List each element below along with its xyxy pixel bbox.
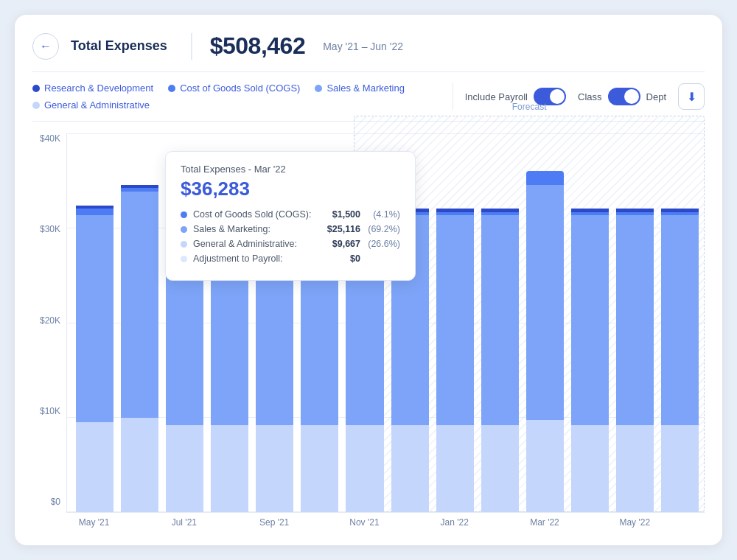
x-label: May '22: [616, 517, 654, 528]
download-button[interactable]: ⬇: [678, 83, 705, 110]
date-period: May '21 – Jun '22: [323, 41, 403, 52]
bar-segment: [571, 215, 609, 425]
y-label-30k: $30K: [40, 224, 60, 234]
legend-dot-ga: [32, 102, 40, 109]
legend-item-cogs: Cost of Goods Sold (COGS): [168, 83, 300, 94]
x-label: [481, 517, 518, 528]
bar-group: [616, 133, 654, 512]
tooltip-value: $0: [319, 253, 360, 264]
x-label: [391, 517, 428, 528]
grid-line-3: [67, 323, 705, 323]
header: ← Total Expenses $508,462 May '21 – Jun …: [32, 32, 705, 72]
y-label-0: $0: [51, 497, 60, 507]
bar-group: [661, 133, 699, 512]
tooltip-label: Adjustment to Payroll:: [193, 253, 313, 264]
bar-group: [571, 133, 609, 512]
bar-group: [481, 133, 519, 512]
controls-row: Research & Development Cost of Goods Sol…: [32, 72, 705, 122]
tooltip-pct: (69.2%): [366, 224, 400, 234]
bar-segment: [166, 425, 203, 512]
tooltip-row: Cost of Goods Sold (COGS):$1,500(4.1%): [181, 209, 400, 220]
class-dept-toggle-group: Class Dept: [578, 88, 666, 105]
tooltip-label: General & Administrative:: [193, 239, 313, 249]
legend-dot-cogs: [168, 85, 175, 92]
bar-segment: [526, 185, 564, 420]
tooltip-dot: [181, 256, 187, 262]
tooltip-dot: [181, 211, 187, 218]
legend-label-rd: Research & Development: [44, 83, 153, 94]
grid-line-4: [67, 417, 705, 418]
tooltip-label: Cost of Goods Sold (COGS):: [193, 209, 313, 220]
tooltip-pct: (4.1%): [366, 209, 400, 220]
x-label: [210, 517, 248, 528]
bar-segment: [346, 425, 383, 512]
x-label: May '21: [75, 517, 113, 528]
tooltip-amount: $36,283: [181, 178, 400, 200]
x-label: Sep '21: [256, 517, 293, 528]
bar-segment: [436, 425, 474, 512]
bar-segment: [481, 215, 519, 425]
bar-group: [436, 133, 474, 512]
x-label: [120, 517, 158, 528]
back-arrow-icon: ←: [40, 40, 52, 53]
bar-segment: [661, 425, 699, 512]
payroll-label: Include Payroll: [465, 91, 528, 102]
grid-line-5: [67, 511, 705, 512]
tooltip-value: $1,500: [319, 209, 360, 220]
download-icon: ⬇: [687, 90, 696, 104]
legend-label-ga: General & Administrative: [44, 99, 150, 111]
payroll-toggle[interactable]: [534, 88, 566, 105]
bar-segment: [121, 418, 158, 512]
x-label: Jul '21: [165, 517, 203, 528]
class-label: Class: [578, 91, 602, 102]
bar-segment: [436, 215, 474, 425]
bar-segment: [76, 209, 113, 215]
page-title: Total Expenses: [71, 38, 167, 54]
payroll-toggle-knob: [550, 89, 565, 104]
payroll-toggle-group: Include Payroll: [465, 88, 566, 105]
x-label: Mar '22: [525, 517, 563, 528]
y-label-10k: $10K: [40, 406, 60, 416]
tooltip-value: $9,667: [319, 239, 360, 249]
back-button[interactable]: ←: [32, 33, 59, 60]
legend-dot-sm: [315, 85, 322, 92]
grid-line-1: [67, 133, 705, 134]
legend-item-ga: General & Administrative: [32, 99, 150, 111]
bar-segment: [571, 425, 609, 512]
class-dept-toggle[interactable]: [608, 88, 640, 105]
tooltip-dot: [181, 226, 187, 233]
x-label: [571, 517, 609, 528]
class-dept-knob: [624, 89, 639, 104]
y-label-20k: $20K: [40, 315, 60, 326]
tooltip-title: Total Expenses - Mar '22: [181, 164, 400, 175]
bar-group: [76, 133, 113, 512]
tooltip-label: Sales & Marketing:: [193, 224, 313, 234]
tooltip-row: Adjustment to Payroll:$0: [181, 253, 400, 264]
tooltip-row: General & Administrative:$9,667(26.6%): [181, 239, 400, 249]
bar-segment: [526, 420, 564, 512]
chart-area: $40K $30K $20K $10K $0: [32, 122, 705, 528]
bar-segment: [481, 425, 519, 512]
bar-segment: [76, 215, 113, 421]
bar-segment: [616, 215, 654, 425]
chart-legend: Research & Development Cost of Goods Sol…: [32, 83, 453, 111]
main-card: ← Total Expenses $508,462 May '21 – Jun …: [15, 15, 722, 545]
bar-segment: [616, 425, 654, 512]
bar-segment: [256, 425, 293, 512]
legend-label-cogs: Cost of Goods Sold (COGS): [180, 83, 300, 94]
tooltip-value: $25,116: [319, 224, 360, 234]
y-label-40k: $40K: [40, 133, 60, 144]
bar-group: [121, 133, 158, 512]
y-axis: $40K $30K $20K $10K $0: [32, 133, 66, 528]
bar-segment: [76, 422, 113, 512]
legend-item-sm: Sales & Marketing: [315, 83, 405, 94]
tooltip: Total Expenses - Mar '22 $36,283 Cost of…: [165, 151, 416, 281]
tooltip-row: Sales & Marketing:$25,116(69.2%): [181, 224, 400, 234]
legend-dot-rd: [32, 85, 40, 92]
chart-controls: Include Payroll Class Dept ⬇: [453, 83, 705, 110]
dept-label: Dept: [646, 91, 666, 102]
bar-segment: [661, 215, 699, 425]
bar-segment: [526, 171, 564, 185]
bar-segment: [301, 425, 338, 512]
bar-group: [526, 133, 564, 512]
